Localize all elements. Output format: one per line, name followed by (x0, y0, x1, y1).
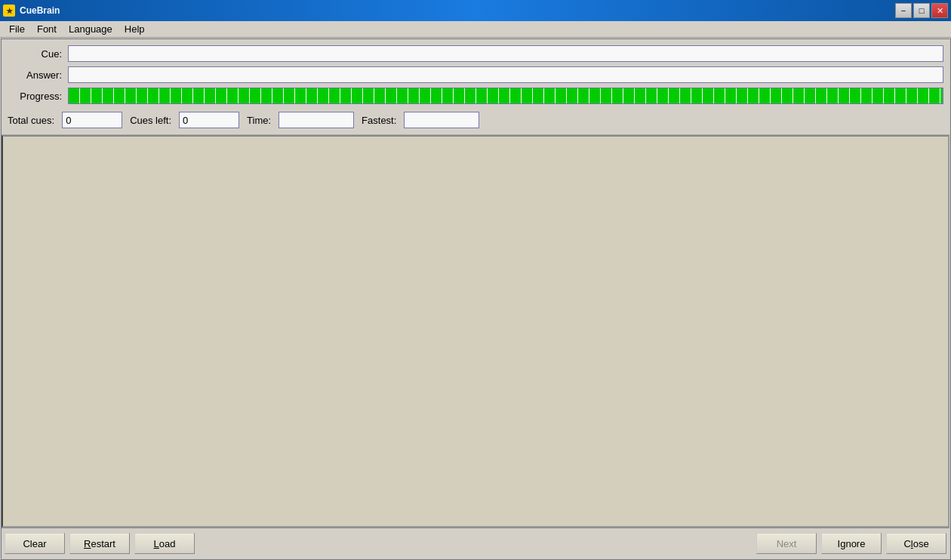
menu-font[interactable]: Font (31, 21, 63, 37)
progress-segment (771, 88, 781, 103)
progress-segment (873, 88, 883, 103)
progress-segment (748, 88, 759, 103)
cue-label: Cue: (8, 48, 68, 60)
progress-segment (759, 88, 770, 103)
answer-input[interactable] (68, 66, 943, 83)
progress-segment (114, 88, 125, 103)
progress-segment (137, 88, 147, 103)
load-button[interactable]: Load (134, 533, 195, 554)
progress-segment (442, 88, 453, 103)
progress-segment (657, 88, 668, 103)
answer-label: Answer: (8, 69, 68, 81)
progress-segment (374, 88, 385, 103)
maximize-button[interactable]: □ (913, 3, 930, 18)
progress-segment (725, 88, 736, 103)
progress-segment (227, 88, 238, 103)
total-cues-input[interactable] (62, 112, 122, 128)
menu-language[interactable]: Language (63, 21, 118, 37)
close-button[interactable]: Close (886, 533, 946, 554)
progress-segment (906, 88, 917, 103)
progress-segment (171, 88, 181, 103)
progress-segment (431, 88, 442, 103)
progress-segment (895, 88, 906, 103)
progress-segment (284, 88, 294, 103)
progress-segment (261, 88, 272, 103)
progress-segment (295, 88, 306, 103)
progress-segment (103, 88, 113, 103)
cues-left-label: Cues left: (130, 115, 171, 126)
clear-button[interactable]: Clear (5, 533, 65, 554)
content-area (2, 135, 949, 528)
menu-file[interactable]: File (3, 21, 31, 37)
progress-segment (805, 88, 815, 103)
ignore-button[interactable]: Ignore (821, 533, 882, 554)
progress-label: Progress: (8, 91, 68, 102)
progress-segment (827, 88, 838, 103)
progress-segment (318, 88, 328, 103)
time-input[interactable] (279, 112, 354, 128)
progress-segment (272, 88, 283, 103)
progress-segment (635, 88, 645, 103)
button-bar: Clear Restart Load Next Ignore Close (2, 528, 949, 558)
fastest-label: Fastest: (362, 115, 396, 126)
app-icon: ★ (3, 5, 15, 17)
progress-segment (522, 88, 532, 103)
minimize-button[interactable]: − (895, 3, 912, 18)
progress-segment (454, 88, 464, 103)
progress-segment (250, 88, 260, 103)
main-window: Cue: Answer: Progress: Total cues: Cues … (0, 38, 951, 560)
progress-segment (340, 88, 351, 103)
progress-segment (216, 88, 226, 103)
progress-segment (850, 88, 860, 103)
progress-segment (533, 88, 543, 103)
progress-segment (148, 88, 158, 103)
progress-segment (159, 88, 170, 103)
cues-left-input[interactable] (179, 112, 239, 128)
progress-segment (205, 88, 215, 103)
progress-segment (691, 88, 702, 103)
progress-segment (363, 88, 374, 103)
progress-segment (306, 88, 317, 103)
progress-segment (646, 88, 657, 103)
app-title: CueBrain (20, 5, 60, 16)
progress-segment (80, 88, 91, 103)
progress-segment (567, 88, 577, 103)
progress-segment (125, 88, 136, 103)
progress-segment (929, 88, 940, 103)
progress-segment (499, 88, 509, 103)
stats-row: Total cues: Cues left: Time: Fastest: (8, 109, 943, 131)
form-section: Cue: Answer: Progress: Total cues: Cues … (2, 39, 949, 135)
progress-segment (918, 88, 928, 103)
progress-segment (884, 88, 894, 103)
progress-segment (488, 88, 498, 103)
menu-help[interactable]: Help (118, 21, 151, 37)
button-group-left: Clear Restart Load (5, 533, 195, 554)
progress-segment (352, 88, 362, 103)
progress-segment (940, 88, 943, 103)
progress-segment (465, 88, 476, 103)
progress-segment (816, 88, 826, 103)
progress-segment (612, 88, 623, 103)
title-bar: ★ CueBrain − □ ✕ (0, 0, 951, 21)
menu-bar: File Font Language Help (0, 21, 951, 38)
progress-segment (578, 88, 589, 103)
progress-segment (420, 88, 430, 103)
total-cues-label: Total cues: (8, 115, 54, 126)
button-group-right: Next Ignore Close (756, 533, 946, 554)
progress-segment (623, 88, 634, 103)
fastest-input[interactable] (404, 112, 479, 128)
progress-segment (239, 88, 249, 103)
window-close-button[interactable]: ✕ (931, 3, 948, 18)
progress-bar (68, 88, 943, 104)
next-button[interactable]: Next (756, 533, 817, 554)
cue-row: Cue: (8, 45, 943, 62)
title-bar-left: ★ CueBrain (3, 5, 60, 17)
progress-segment (714, 88, 725, 103)
progress-segment (556, 88, 566, 103)
time-label: Time: (247, 115, 271, 126)
progress-segment (329, 88, 340, 103)
restart-button[interactable]: Restart (69, 533, 130, 554)
progress-segment (601, 88, 611, 103)
progress-segment (91, 88, 102, 103)
cue-input[interactable] (68, 45, 943, 62)
